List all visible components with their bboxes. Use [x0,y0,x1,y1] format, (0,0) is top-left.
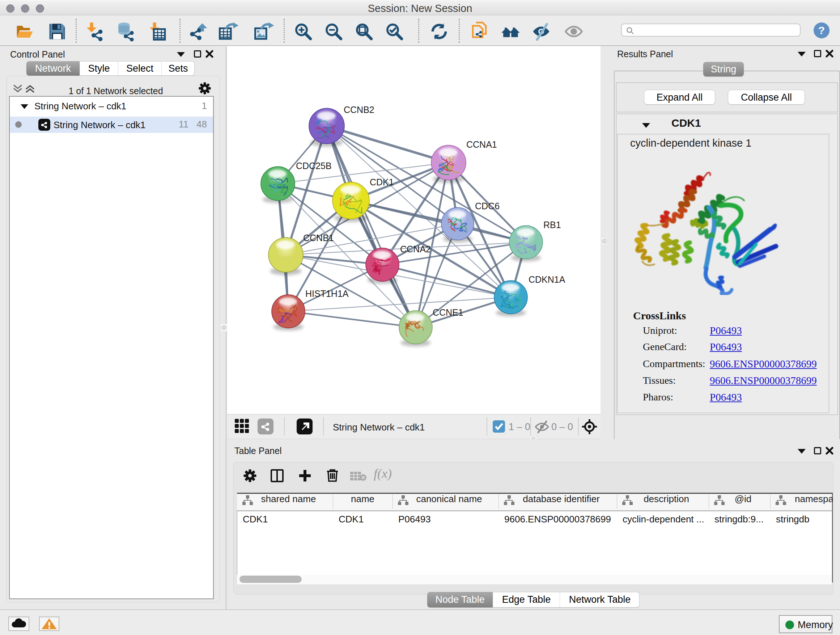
svg-text:CCNA1: CCNA1 [466,139,497,149]
svg-text:CDC6: CDC6 [475,201,500,211]
svg-text:RB1: RB1 [543,220,561,230]
svg-text:CDC25B: CDC25B [296,161,332,171]
svg-text:HIST1H1A: HIST1H1A [305,288,349,299]
svg-text:CCNE1: CCNE1 [433,307,463,318]
svg-text:CCNB1: CCNB1 [303,233,334,243]
svg-text:CCNA2: CCNA2 [400,244,431,254]
svg-text:CDKN1A: CDKN1A [529,274,565,285]
svg-text:CDK1: CDK1 [370,177,394,187]
svg-text:CCNB2: CCNB2 [344,105,374,115]
